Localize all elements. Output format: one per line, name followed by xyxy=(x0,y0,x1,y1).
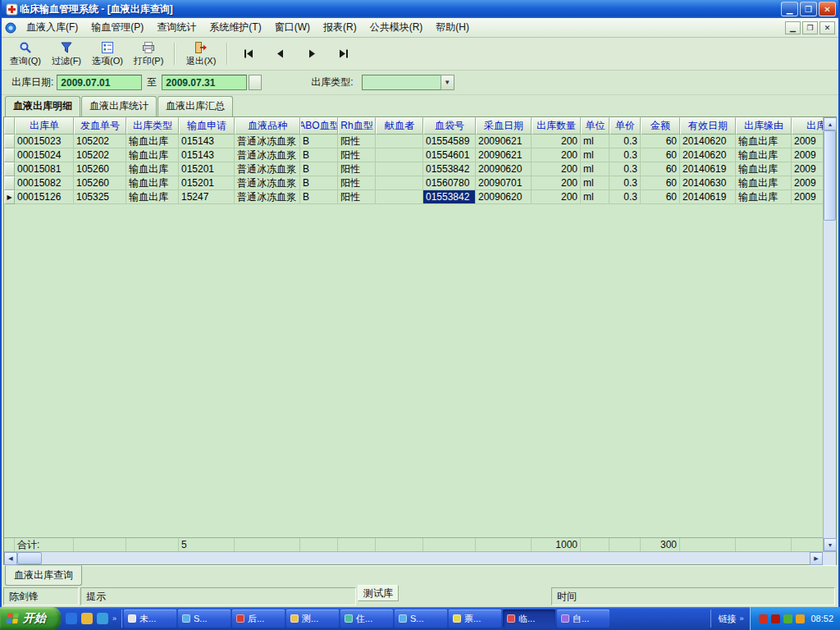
cell[interactable]: 01553842 xyxy=(423,162,476,176)
cell[interactable]: 输血出库 xyxy=(736,176,792,190)
cell[interactable]: 2009 xyxy=(792,162,823,176)
date-from-input[interactable] xyxy=(57,75,142,90)
vertical-scrollbar[interactable]: ▲ ▼ xyxy=(823,117,836,551)
cell[interactable]: 60 xyxy=(641,176,680,190)
options-button[interactable]: 选项(O) xyxy=(87,39,128,68)
cell[interactable]: ml xyxy=(581,148,609,162)
close-button[interactable]: ✕ xyxy=(819,2,836,16)
cell[interactable]: 20090620 xyxy=(476,190,532,204)
menu-item-0[interactable]: 血液入库(F) xyxy=(20,18,84,37)
cell[interactable]: 20140630 xyxy=(680,176,736,190)
cell[interactable]: ml xyxy=(581,176,609,190)
taskbar-task-6[interactable]: 票... xyxy=(449,609,501,628)
cell[interactable] xyxy=(376,176,423,190)
cell[interactable]: 2009 xyxy=(792,135,823,148)
table-row[interactable]: 00015023105202输血出库015143普通冰冻血浆B阳性0155458… xyxy=(4,135,823,148)
cell[interactable]: 60 xyxy=(641,190,680,204)
cell[interactable]: 200 xyxy=(532,148,581,162)
cell[interactable]: 200 xyxy=(532,190,581,204)
column-header-15[interactable]: 出库缘由 xyxy=(736,117,792,135)
table-row[interactable]: 00015024105202输血出库015143普通冰冻血浆B阳性0155460… xyxy=(4,148,823,162)
cell[interactable]: 00015082 xyxy=(15,176,74,190)
column-header-10[interactable]: 出库数量 xyxy=(532,117,581,135)
column-header-5[interactable]: ABO血型 xyxy=(300,117,338,135)
cell[interactable]: 00015023 xyxy=(15,135,74,148)
bottom-tab-query[interactable]: 血液出库查询 xyxy=(5,565,82,586)
taskbar-task-3[interactable]: 测... xyxy=(286,609,339,628)
cell[interactable]: 20140620 xyxy=(680,135,736,148)
cell[interactable]: ml xyxy=(581,190,609,204)
table-row[interactable]: 00015081105260输血出库015201普通冰冻血浆B阳性0155384… xyxy=(4,162,823,176)
cell[interactable]: 输血出库 xyxy=(126,176,179,190)
column-header-14[interactable]: 有效日期 xyxy=(680,117,736,135)
column-header-2[interactable]: 出库类型 xyxy=(126,117,179,135)
column-header-11[interactable]: 单位 xyxy=(581,117,609,135)
cell[interactable]: 2009 xyxy=(792,190,823,204)
chevron-down-icon[interactable]: ▼ xyxy=(441,75,454,90)
filter-button[interactable]: 过滤(F) xyxy=(46,39,87,68)
cell[interactable]: 阳性 xyxy=(338,148,376,162)
cell[interactable]: B xyxy=(300,135,338,148)
horizontal-scrollbar[interactable]: ◀ ▶ xyxy=(4,552,823,564)
cell[interactable] xyxy=(376,135,423,148)
outbound-type-combobox[interactable]: ▼ xyxy=(362,75,454,90)
cell[interactable]: 0.3 xyxy=(609,148,641,162)
cell[interactable]: 20090701 xyxy=(476,176,532,190)
start-button[interactable]: 开始 xyxy=(0,607,61,630)
menu-item-5[interactable]: 报表(R) xyxy=(317,18,363,37)
cell[interactable]: B xyxy=(300,190,338,204)
cell[interactable]: 输血出库 xyxy=(126,190,179,204)
menu-item-4[interactable]: 窗口(W) xyxy=(268,18,317,37)
cell[interactable]: 输血出库 xyxy=(736,162,792,176)
row-indicator[interactable] xyxy=(4,148,15,162)
next-record-button[interactable] xyxy=(302,46,322,62)
cell[interactable]: 60 xyxy=(641,148,680,162)
taskbar-task-7[interactable]: 临... xyxy=(503,609,555,628)
cell[interactable]: 输血出库 xyxy=(736,190,792,204)
cell[interactable]: 2009 xyxy=(792,148,823,162)
date-to-input[interactable] xyxy=(162,75,247,90)
cell[interactable]: 60 xyxy=(641,162,680,176)
cell[interactable]: 105202 xyxy=(74,148,126,162)
scroll-right-icon[interactable]: ▶ xyxy=(810,552,823,565)
cell[interactable]: 输血出库 xyxy=(736,135,792,148)
row-indicator[interactable] xyxy=(4,176,15,190)
date-picker-button[interactable] xyxy=(249,75,262,90)
taskbar-task-1[interactable]: S... xyxy=(178,609,231,628)
column-header-9[interactable]: 采血日期 xyxy=(476,117,532,135)
cell[interactable]: 00015126 xyxy=(15,190,74,204)
cell[interactable]: 01560780 xyxy=(423,176,476,190)
taskbar-task-5[interactable]: S... xyxy=(395,609,447,628)
cell[interactable]: 普通冰冻血浆 xyxy=(235,190,300,204)
minimize-button[interactable]: ▁ xyxy=(781,2,798,16)
cell[interactable]: 输血出库 xyxy=(126,148,179,162)
taskbar-task-0[interactable]: 未... xyxy=(124,609,176,628)
menu-item-6[interactable]: 公共模块(R) xyxy=(363,18,430,37)
tab-0[interactable]: 血液出库明细 xyxy=(5,96,80,116)
first-record-button[interactable] xyxy=(240,46,259,62)
cell[interactable]: 00015081 xyxy=(15,162,74,176)
exit-button[interactable]: 退出(X) xyxy=(180,39,221,68)
chevron-right-icon[interactable]: » xyxy=(112,614,116,623)
cell[interactable]: ml xyxy=(581,135,609,148)
tray-icon-4[interactable] xyxy=(796,614,805,623)
cell[interactable]: 阳性 xyxy=(338,135,376,148)
cell[interactable]: 01553842 xyxy=(423,190,476,204)
cell[interactable]: 015143 xyxy=(179,148,235,162)
cell[interactable]: 0.3 xyxy=(609,190,641,204)
cell[interactable] xyxy=(376,148,423,162)
query-button[interactable]: 查询(Q) xyxy=(5,39,46,68)
cell[interactable]: 60 xyxy=(641,135,680,148)
row-indicator[interactable]: ▶ xyxy=(4,190,15,204)
menu-item-3[interactable]: 系统维护(T) xyxy=(203,18,267,37)
column-header-0[interactable]: 出库单 xyxy=(15,117,74,135)
cell[interactable]: 阳性 xyxy=(338,190,376,204)
menu-item-1[interactable]: 输血管理(P) xyxy=(84,18,150,37)
column-header-13[interactable]: 金额 xyxy=(641,117,680,135)
cell[interactable]: 0.3 xyxy=(609,135,641,148)
child-minimize-button[interactable]: ▁ xyxy=(785,21,801,34)
cell[interactable]: 015201 xyxy=(179,176,235,190)
column-header-16[interactable]: 出库 xyxy=(792,117,823,135)
cell[interactable]: ml xyxy=(581,162,609,176)
cell[interactable]: 20090621 xyxy=(476,148,532,162)
